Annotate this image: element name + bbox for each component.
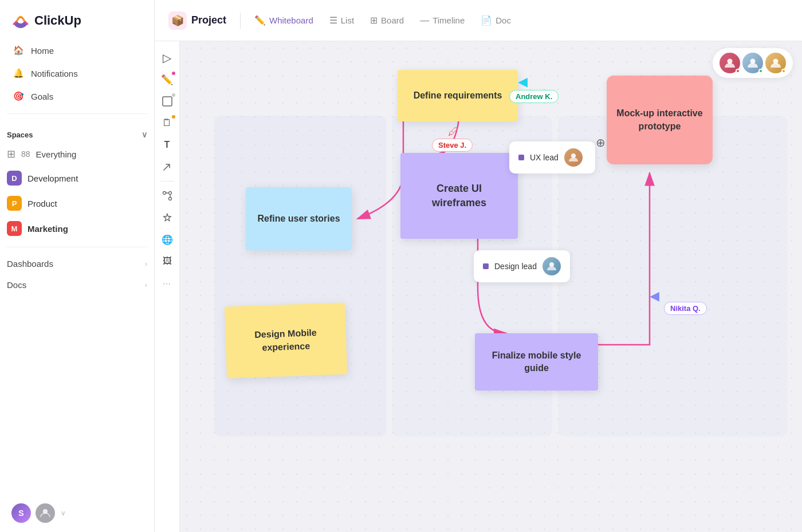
sidebar-item-development[interactable]: D Development <box>0 165 154 191</box>
spaces-label: Spaces <box>7 131 33 139</box>
tab-list[interactable]: ☰ List <box>323 11 361 29</box>
note-refine-user-stories[interactable]: Refine user stories <box>246 187 352 250</box>
product-badge: P <box>7 196 22 211</box>
pen-dot <box>172 72 175 75</box>
sidebar-item-notifications[interactable]: 🔔 Notifications <box>6 62 148 85</box>
cursor-andrew: ▶ <box>518 74 528 89</box>
shapes-icon <box>162 96 172 107</box>
sidebar-item-everything[interactable]: ⊞ 88 Everything <box>0 143 154 165</box>
development-badge: D <box>7 171 22 186</box>
svg-point-4 <box>168 192 171 195</box>
tab-doc[interactable]: 📄 Doc <box>474 11 518 29</box>
connect-icon <box>162 191 172 201</box>
everything-label: Everything <box>36 149 77 159</box>
ai-icon <box>162 212 172 223</box>
user-badge-steve: Steve J. <box>432 139 473 152</box>
image-icon: 🖼 <box>163 256 172 266</box>
timeline-tab-icon: — <box>420 15 429 26</box>
user-avatar <box>36 503 55 523</box>
dashboards-chevron-icon: › <box>145 259 147 268</box>
product-label: Product <box>27 199 57 208</box>
canvas[interactable]: Define requirements Refine user stories … <box>180 41 802 532</box>
whiteboard-tab-label: Whiteboard <box>269 15 313 25</box>
svg-point-7 <box>571 153 576 158</box>
user-avatar-s: S <box>11 503 31 523</box>
topbar: 📦 Project ✏️ Whiteboard ☰ List ⊞ Board —… <box>155 0 802 41</box>
bell-icon: 🔔 <box>13 68 24 79</box>
note-create-ui-wireframes[interactable]: Create UI wireframes <box>400 153 518 239</box>
andrew-badge-label: Andrew K. <box>516 92 552 101</box>
note-define-requirements[interactable]: Define requirements <box>398 70 518 121</box>
spaces-chevron-icon[interactable]: ∨ <box>141 130 147 139</box>
sidebar: ClickUp 🏠 Home 🔔 Notifications 🎯 Goals S… <box>0 0 155 532</box>
tool-shapes[interactable] <box>158 92 177 111</box>
note-mockup-prototype[interactable]: Mock-up interactive prototype <box>607 76 713 164</box>
tab-whiteboard[interactable]: ✏️ Whiteboard <box>247 11 320 29</box>
sidebar-footer: S ∨ <box>0 494 154 532</box>
tab-timeline[interactable]: — Timeline <box>413 12 471 29</box>
sidebar-divider-2 <box>7 247 147 247</box>
tool-arrow[interactable] <box>158 157 177 176</box>
footer-chevron-icon[interactable]: ∨ <box>61 509 66 517</box>
steve-badge-label: Steve J. <box>438 141 466 149</box>
tool-more[interactable]: ··· <box>158 273 177 293</box>
tool-sticky[interactable]: 🗒 <box>158 113 177 133</box>
sidebar-item-marketing[interactable]: M Marketing <box>0 216 154 241</box>
sidebar-item-goals-label: Goals <box>31 92 53 101</box>
section-bg-left <box>214 116 386 436</box>
clickup-logo-icon <box>11 11 30 30</box>
project-header: 📦 Project <box>168 11 226 30</box>
tool-select[interactable]: ▷ <box>158 48 177 68</box>
card-ux-lead[interactable]: UX lead ⊕ <box>509 141 595 174</box>
svg-rect-1 <box>163 97 172 106</box>
note-mockup-prototype-text: Mock-up interactive prototype <box>616 107 703 133</box>
sidebar-item-goals[interactable]: 🎯 Goals <box>6 85 148 108</box>
dashboards-label: Dashboards <box>7 259 53 269</box>
sticky-icon: 🗒 <box>162 117 172 129</box>
note-finalize-mobile-text: Finalize mobile style guide <box>484 349 589 375</box>
globe-icon: 🌐 <box>162 234 173 245</box>
everything-icon: ⊞ <box>7 148 15 160</box>
tool-pen[interactable]: ✏️ <box>158 70 177 89</box>
docs-chevron-icon: › <box>145 281 147 289</box>
move-cursor-icon: ⊕ <box>596 136 606 149</box>
sidebar-item-product[interactable]: P Product <box>0 191 154 216</box>
sticky-dot <box>172 115 175 119</box>
whiteboard-tab-icon: ✏️ <box>254 15 266 26</box>
tool-text[interactable]: T <box>158 135 177 155</box>
tab-board[interactable]: ⊞ Board <box>363 11 411 29</box>
docs-label: Docs <box>7 280 26 290</box>
sidebar-divider-1 <box>7 113 147 114</box>
card-design-lead[interactable]: Design lead <box>474 250 570 282</box>
pen-icon: ✏️ <box>161 74 173 86</box>
note-design-mobile-text: Design Mobile experience <box>234 326 337 355</box>
note-create-ui-wireframes-text: Create UI wireframes <box>410 182 509 210</box>
user-icon <box>40 507 51 519</box>
board-tab-icon: ⊞ <box>370 15 378 26</box>
tool-image[interactable]: 🖼 <box>158 251 177 271</box>
list-tab-label: List <box>341 15 354 25</box>
collab-dot-2 <box>758 69 763 73</box>
svg-point-8 <box>549 262 554 267</box>
sidebar-item-dashboards[interactable]: Dashboards › <box>0 253 154 274</box>
tool-divider <box>160 181 174 182</box>
arrow-icon <box>162 161 172 172</box>
note-design-mobile[interactable]: Design Mobile experience <box>225 302 347 378</box>
home-icon: 🏠 <box>13 45 24 56</box>
tool-ai[interactable] <box>158 208 177 227</box>
spaces-section: Spaces ∨ <box>0 120 154 143</box>
topbar-divider <box>240 13 241 29</box>
svg-point-3 <box>168 198 171 200</box>
doc-tab-label: Doc <box>496 15 511 25</box>
design-lead-avatar <box>542 257 561 275</box>
timeline-tab-label: Timeline <box>433 15 465 25</box>
ux-lead-dot <box>518 155 524 160</box>
tool-globe[interactable]: 🌐 <box>158 230 177 249</box>
doc-tab-icon: 📄 <box>481 15 492 26</box>
sidebar-item-docs[interactable]: Docs › <box>0 274 154 295</box>
sidebar-item-notifications-label: Notifications <box>31 69 78 78</box>
tool-connect[interactable] <box>158 186 177 206</box>
svg-point-2 <box>163 192 166 195</box>
note-finalize-mobile[interactable]: Finalize mobile style guide <box>475 333 598 391</box>
sidebar-item-home[interactable]: 🏠 Home <box>6 39 148 62</box>
